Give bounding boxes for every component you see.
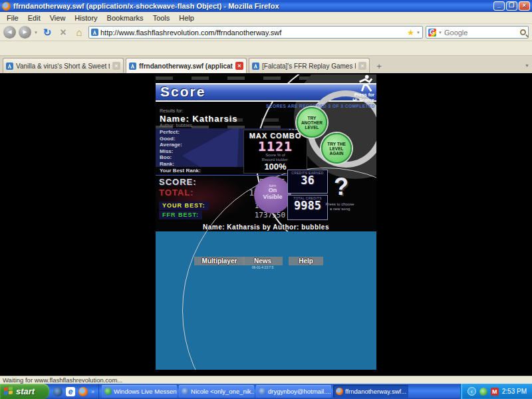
task-buttons: Windows Live Messen... Nicole <only_one_… (99, 385, 460, 398)
tab-favicon-icon (252, 63, 259, 70)
menu-edit[interactable]: Edit (24, 13, 45, 23)
tab-close-icon[interactable]: × (358, 62, 366, 70)
max-combo-box: MAX COMBO 1121 Score % of Record Holder:… (243, 130, 307, 174)
tray-messenger-status-icon[interactable] (479, 388, 487, 396)
quick-launch: e » (49, 384, 99, 399)
bookmarks-toolbar (0, 41, 532, 56)
menu-bookmarks[interactable]: Bookmarks (103, 13, 148, 23)
firefox-icon (336, 388, 343, 395)
score-label: SCORE: (159, 177, 197, 187)
new-tab-button[interactable]: + (372, 60, 386, 73)
flash-stage: Score Press for Hi-Scores SCORES ARE REC… (156, 74, 376, 370)
news-date: 06-01-4 23:7:5 (244, 265, 281, 269)
search-icon[interactable] (520, 29, 526, 35)
score-title: Score (160, 84, 205, 100)
stat-label: Miss: (160, 148, 173, 155)
window-titlebar[interactable]: ffrndanotherway.swf (application/x-shock… (0, 0, 532, 12)
menu-view[interactable]: View (46, 13, 70, 23)
taskbar: start e » Windows Live Messen... Nicole … (0, 384, 532, 399)
navigation-toolbar: ◄ ► ▼ ↻ × ⌂ ★ ▼ G ▼ (0, 24, 532, 41)
try-another-level-button[interactable]: TRY ANOTHER LEVEL (297, 107, 327, 138)
list-tabs-icon[interactable]: ▼ (525, 63, 529, 68)
history-dropdown-icon[interactable]: ▼ (34, 31, 38, 35)
search-engine-dropdown-icon[interactable]: ▼ (438, 31, 442, 35)
reload-button[interactable]: ↻ (41, 27, 54, 39)
status-text: Waiting for www.flashflashrevolution.com… (3, 376, 122, 384)
stat-label: Rank: (160, 161, 174, 168)
windows-flag-icon (4, 386, 13, 396)
home-button[interactable]: ⌂ (72, 27, 86, 38)
ffr-favicon-icon (91, 29, 98, 36)
status-bar: Waiting for www.flashflashrevolution.com… (0, 376, 532, 384)
taskbar-clock: 2:53 PM (502, 388, 527, 395)
credits-earned-value: 36 (288, 175, 327, 186)
window-title: ffrndanotherway.swf (application/x-shock… (13, 2, 493, 10)
stat-label: Good: (160, 136, 176, 142)
menu-help[interactable]: Help (175, 13, 198, 23)
search-bar[interactable]: G ▼ (426, 26, 529, 39)
system-tray: ‹ M 2:53 PM (460, 384, 532, 399)
stat-label: Perfect: (160, 129, 180, 136)
player-song-name: Name: Katharsis (160, 114, 238, 124)
task-drygynboy-chat[interactable]: drygynboy@hotmail.... (256, 385, 331, 398)
try-level-again-button[interactable]: TRY THE LEVEL AGAIN (321, 133, 352, 164)
results-for-label: Results for: (160, 108, 183, 113)
tab-tourney[interactable]: Vanilla & virus's Short & Sweet tourney.… (3, 58, 124, 73)
quick-launch-overflow-icon[interactable]: » (91, 388, 94, 395)
url-bar[interactable]: ★ ▼ (88, 26, 423, 39)
restore-button[interactable]: ❐ (506, 1, 517, 11)
news-label[interactable]: News (243, 257, 283, 265)
author-label: Author: bubbles (160, 123, 192, 128)
help-label[interactable]: Help (289, 257, 323, 265)
close-button[interactable]: × (519, 1, 530, 11)
song-credit-line: Name: Katharsis by Author: bubbles (156, 223, 376, 231)
quick-launch-msn-icon[interactable]: e (66, 387, 75, 396)
firefox-icon (2, 2, 11, 11)
start-button[interactable]: start (0, 384, 49, 399)
tray-chevron-icon[interactable]: ‹ (467, 387, 476, 396)
visibility-toggle-button[interactable]: turn On Visible (254, 176, 291, 213)
back-button[interactable]: ◄ (3, 26, 16, 39)
tab-close-icon[interactable]: × (112, 62, 120, 70)
random-song-caption: Press to choose a new song (317, 202, 363, 211)
ffr-best-label: FFR BEST: (159, 211, 202, 219)
tab-strip: Vanilla & virus's Short & Sweet tourney.… (0, 56, 532, 73)
bookmark-star-icon[interactable]: ★ (407, 28, 414, 37)
total-label: TOTAL: (159, 188, 194, 198)
quick-launch-globe-icon[interactable] (53, 387, 63, 396)
tab-ffrndanotherway[interactable]: ffrndanotherway.swf (application... × (126, 58, 247, 73)
max-combo-value: 1121 (244, 140, 307, 153)
quick-launch-firefox-icon[interactable] (78, 387, 88, 396)
tab-favicon-icon (6, 63, 13, 70)
google-icon: G (428, 29, 436, 37)
messenger-icon (104, 388, 112, 395)
menu-file[interactable]: File (3, 13, 23, 23)
forward-button[interactable]: ► (19, 26, 31, 39)
search-input[interactable] (444, 29, 518, 37)
tray-msn-icon[interactable]: M (491, 388, 499, 396)
task-windows-live-messenger[interactable]: Windows Live Messen... (102, 385, 177, 398)
tab-ffr-replay[interactable]: [Falcata]'s FFR Replay Games FlashFla...… (249, 58, 370, 73)
task-firefox-ffrndanotherway[interactable]: ffrndanotherway.swf... (333, 385, 408, 398)
tab-favicon-icon (129, 63, 136, 70)
stop-button[interactable]: × (57, 27, 70, 39)
task-nicole-chat[interactable]: Nicole <only_one_nik... (179, 385, 254, 398)
chat-person-icon (182, 388, 189, 395)
chat-person-icon (259, 388, 266, 395)
stat-label: Average: (160, 142, 182, 148)
banner-note: SCORES ARE RECORDED 3 OF 3 COMPLETED (266, 104, 375, 108)
url-input[interactable] (100, 29, 405, 37)
combo-note: Score % of (244, 153, 307, 158)
stat-label: Boo: (160, 154, 172, 161)
random-song-button[interactable]: ? (334, 173, 348, 201)
minimize-button[interactable]: _ (493, 1, 505, 11)
tab-close-icon[interactable]: × (235, 62, 243, 70)
menu-tools[interactable]: Tools (149, 13, 174, 23)
multiplayer-label[interactable]: Multiplayer (194, 257, 245, 265)
url-dropdown-icon[interactable]: ▼ (416, 31, 420, 35)
menu-history[interactable]: History (70, 13, 101, 23)
credits-earned-box: CREDITS EARNED 36 (287, 170, 328, 194)
menu-bar: File Edit View History Bookmarks Tools H… (0, 12, 532, 24)
page-content: Score Press for Hi-Scores SCORES ARE REC… (0, 73, 532, 376)
hiscores-button[interactable]: Press for Hi-Scores (352, 92, 374, 103)
